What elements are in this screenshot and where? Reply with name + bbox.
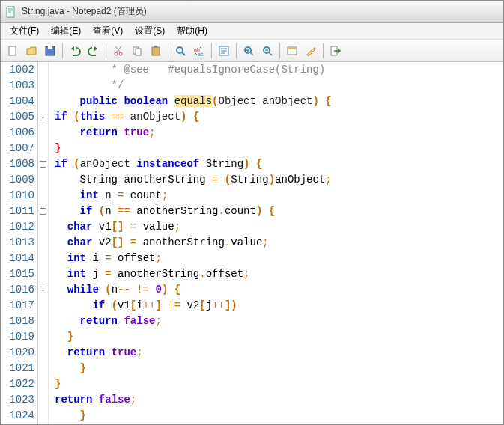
code-line[interactable]: } (55, 361, 503, 376)
paste-icon[interactable] (147, 42, 165, 60)
svg-point-10 (177, 47, 183, 53)
toolbar-separator (62, 43, 63, 58)
scheme-icon[interactable] (283, 42, 301, 60)
fold-toggle[interactable]: - (40, 161, 46, 168)
code-line[interactable]: public boolean equals(Object anObject) { (55, 94, 503, 109)
svg-rect-9 (154, 46, 157, 48)
cut-icon[interactable] (109, 42, 127, 60)
code-area[interactable]: * @see #equalsIgnoreCase(String) */ publ… (49, 62, 503, 424)
line-number: 1004 (1, 94, 34, 109)
toolbar-separator (323, 43, 324, 58)
code-line[interactable]: return true; (55, 345, 503, 361)
code-line[interactable]: */ (55, 78, 503, 94)
zoomin-icon[interactable] (240, 42, 258, 60)
line-number: 1017 (1, 298, 34, 314)
toolbar-separator (211, 43, 212, 58)
code-line[interactable]: int n = count; (55, 188, 503, 204)
line-number: 1008 (1, 156, 34, 172)
svg-rect-17 (288, 47, 297, 49)
toolbar: abac (1, 40, 503, 62)
line-number: 1009 (1, 172, 34, 188)
code-line[interactable]: } (55, 408, 503, 424)
open-icon[interactable] (22, 42, 40, 60)
code-line[interactable]: char v1[] = value; (55, 219, 503, 235)
svg-point-4 (115, 52, 118, 55)
exit-icon[interactable] (327, 42, 344, 60)
svg-rect-7 (136, 49, 141, 55)
line-number: 1023 (1, 392, 34, 408)
window-title: String.java - Notepad2 (管理员) (22, 5, 147, 18)
svg-point-5 (119, 52, 122, 55)
line-number: 1002 (1, 62, 34, 78)
code-line[interactable]: if (v1[i++] != v2[j++]) (55, 298, 503, 314)
find-icon[interactable] (171, 42, 189, 60)
code-line[interactable]: if (this == anObject) { (55, 109, 503, 125)
code-line[interactable]: int i = offset; (55, 251, 503, 266)
line-number: 1012 (1, 219, 34, 235)
menubar: 文件(F) 编辑(E) 查看(V) 设置(S) 帮助(H) (1, 23, 503, 40)
menu-edit[interactable]: 编辑(E) (45, 23, 87, 39)
line-number: 1015 (1, 266, 34, 282)
line-number-gutter: 1002100310041005100610071008100910101011… (1, 62, 38, 424)
line-number: 1006 (1, 125, 34, 141)
svg-rect-8 (152, 47, 160, 55)
line-number: 1021 (1, 361, 34, 376)
code-line[interactable]: String anotherString = (String)anObject; (55, 172, 503, 188)
new-icon[interactable] (4, 42, 22, 60)
undo-icon[interactable] (66, 42, 84, 60)
toolbar-separator (168, 43, 168, 58)
code-line[interactable]: if (n == anotherString.count) { (55, 204, 503, 219)
code-line[interactable]: } (55, 141, 503, 156)
code-line[interactable]: char v2[] = anotherString.value; (55, 235, 503, 251)
code-line[interactable]: if (anObject instanceof String) { (55, 156, 503, 172)
fold-toggle[interactable]: - (40, 208, 46, 215)
code-line[interactable]: return false; (55, 392, 503, 408)
zoomout-icon[interactable] (258, 42, 276, 60)
redo-icon[interactable] (85, 42, 103, 60)
line-number: 1024 (1, 408, 34, 424)
line-number: 1018 (1, 314, 34, 329)
line-number: 1005 (1, 109, 34, 125)
menu-help[interactable]: 帮助(H) (171, 23, 213, 39)
fold-toggle[interactable]: - (40, 287, 46, 293)
save-icon[interactable] (41, 42, 59, 60)
menu-view[interactable]: 查看(V) (87, 23, 129, 39)
line-number: 1019 (1, 329, 34, 345)
toolbar-separator (236, 43, 237, 58)
replace-icon[interactable]: abac (190, 42, 208, 60)
app-icon (5, 6, 17, 18)
fold-gutter[interactable]: ---- (38, 62, 49, 424)
copy-icon[interactable] (128, 42, 146, 60)
code-line[interactable]: while (n-- != 0) { (55, 282, 503, 298)
code-line[interactable]: * @see #equalsIgnoreCase(String) (55, 62, 503, 78)
code-line[interactable]: int j = anotherString.offset; (55, 266, 503, 282)
toolbar-separator (106, 43, 106, 58)
code-line[interactable]: } (55, 329, 503, 345)
svg-rect-1 (9, 46, 16, 55)
line-number: 1020 (1, 345, 34, 361)
line-number: 1022 (1, 376, 34, 392)
toolbar-separator (279, 43, 280, 58)
line-number: 1003 (1, 78, 34, 94)
code-line[interactable]: return true; (55, 125, 503, 141)
code-line[interactable]: return false; (55, 314, 503, 329)
menu-file[interactable]: 文件(F) (4, 23, 45, 39)
line-number: 1014 (1, 251, 34, 266)
line-number: 1016 (1, 282, 34, 298)
titlebar: String.java - Notepad2 (管理员) (1, 1, 503, 23)
wordwrap-icon[interactable] (215, 42, 233, 60)
menu-settings[interactable]: 设置(S) (129, 23, 171, 39)
line-number: 1013 (1, 235, 34, 251)
code-line[interactable]: } (55, 376, 503, 392)
svg-rect-3 (48, 46, 52, 49)
svg-text:ac: ac (198, 52, 204, 57)
editor[interactable]: 1002100310041005100610071008100910101011… (1, 62, 503, 424)
line-number: 1010 (1, 188, 34, 204)
customize-icon[interactable] (302, 42, 320, 60)
fold-toggle[interactable]: - (40, 114, 46, 120)
line-number: 1011 (1, 204, 34, 219)
line-number: 1007 (1, 141, 34, 156)
